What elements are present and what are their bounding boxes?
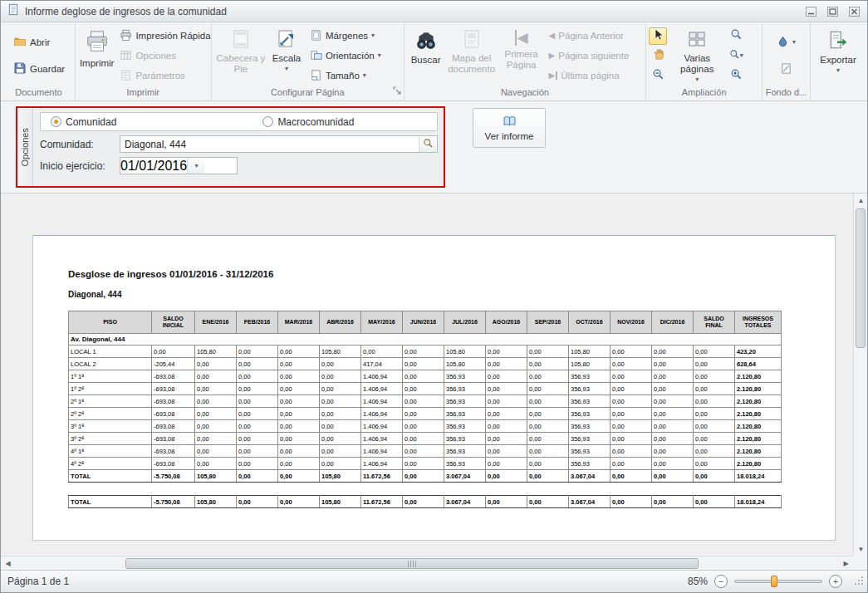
preview-viewport[interactable]: Desglose de ingresos 01/01/2016 - 31/12/… xyxy=(1,194,853,556)
varias-paginas-button[interactable]: Varias páginas ▾ xyxy=(669,25,724,86)
marca-agua-button[interactable] xyxy=(776,60,797,78)
dropdown-arrow-icon: ▾ xyxy=(792,39,796,46)
table-cell: 0,00 xyxy=(527,383,569,395)
zoom-slider-thumb[interactable] xyxy=(771,576,777,587)
table-cell: 0,00 xyxy=(486,358,527,370)
table-cell: 0,00 xyxy=(611,408,652,420)
ultima-pagina-button[interactable]: ▶ Última página xyxy=(545,66,624,85)
options-panel-highlight: Opciones Comunidad Macrocomunidad Comuni… xyxy=(16,106,445,188)
pointer-tool-button[interactable] xyxy=(649,27,667,45)
table-cell: 0,00 xyxy=(694,395,735,408)
minimize-button[interactable] xyxy=(805,6,817,17)
vertical-scrollbar-thumb[interactable] xyxy=(856,208,866,348)
preview-area[interactable]: Desglose de ingresos 01/01/2016 - 31/12/… xyxy=(1,193,867,570)
dropdown-arrow-icon: ▾ xyxy=(285,66,288,72)
opciones-impresion-button[interactable]: Opciones xyxy=(115,47,180,65)
close-button[interactable] xyxy=(848,6,861,17)
table-cell: 356,93 xyxy=(569,370,611,383)
horizontal-scrollbar[interactable]: ◀ ▶ xyxy=(1,556,853,570)
report-page: Desglose de ingresos 01/01/2016 - 31/12/… xyxy=(32,235,836,541)
table-cell: 0,00 xyxy=(611,433,652,445)
table-cell: 0,00 xyxy=(694,358,735,370)
table-cell: 0,00 xyxy=(320,445,361,458)
table-cell: 0,00 xyxy=(237,433,278,445)
radio-comunidad[interactable]: Comunidad xyxy=(51,116,116,128)
table-cell: 0,00 xyxy=(486,470,527,483)
group-caption-navegacion: Navegación xyxy=(405,86,646,100)
column-header: OCT/2016 xyxy=(569,311,611,334)
zoom-dropdown-button[interactable]: ▾ xyxy=(727,47,745,65)
table-cell: 1.406,94 xyxy=(361,445,403,458)
abrir-button[interactable]: Abrir xyxy=(9,33,54,51)
zoom-slider[interactable] xyxy=(734,575,822,588)
table-cell: 11.672,56 xyxy=(361,470,403,483)
parametros-button[interactable]: Parámetros xyxy=(115,66,189,85)
ver-informe-button[interactable]: Ver informe xyxy=(473,108,546,148)
table-cell: 356,93 xyxy=(444,433,486,445)
exportar-button[interactable]: Exportar ▾ xyxy=(813,25,863,100)
horizontal-scrollbar-thumb[interactable] xyxy=(125,558,699,569)
zoom-button[interactable] xyxy=(727,27,745,45)
mapa-documento-button[interactable]: Mapa del documento xyxy=(445,25,498,86)
table-cell: 0,00 xyxy=(611,445,652,458)
table-cell: 356,93 xyxy=(569,458,611,470)
table-cell: 0,00 xyxy=(652,346,694,358)
table-cell: 0,00 xyxy=(237,370,278,383)
guardar-button[interactable]: Guardar xyxy=(9,60,69,78)
hand-tool-button[interactable] xyxy=(649,47,667,65)
table-cell: 11.672,56 xyxy=(361,496,403,508)
impresion-rapida-button[interactable]: Impresión Rápida xyxy=(115,27,214,45)
imprimir-button[interactable]: Imprimir xyxy=(78,25,116,86)
table-cell: 0,00 xyxy=(652,496,694,508)
table-cell: 0,00 xyxy=(652,408,694,420)
dialog-launcher-icon[interactable] xyxy=(393,84,402,99)
maximize-button[interactable] xyxy=(826,6,839,17)
zoom-in-button[interactable]: + xyxy=(829,575,842,588)
table-cell: 1.406,94 xyxy=(361,458,403,470)
escala-button[interactable]: Escala ▾ xyxy=(267,25,306,86)
margenes-button[interactable]: Márgenes ▾ xyxy=(306,27,379,45)
table-cell: 356,93 xyxy=(444,395,486,408)
table-cell: 0,00 xyxy=(652,395,694,408)
table-cell: 0,00 xyxy=(237,496,278,508)
comunidad-field[interactable]: Diagonal, 444 xyxy=(120,135,438,153)
combo-dropdown-button[interactable]: ▾ xyxy=(187,158,205,174)
cabecera-pie-button[interactable]: Cabecera y Pie xyxy=(214,25,267,86)
scroll-up-icon[interactable]: ▲ xyxy=(854,194,867,207)
table-cell: 0,00 xyxy=(278,445,320,458)
table-cell: 0,00 xyxy=(278,433,320,445)
resize-grip-icon[interactable] xyxy=(854,576,864,588)
dropdown-arrow-icon: ▾ xyxy=(378,52,381,59)
inicio-ejercicio-combo[interactable]: 01/01/2016 ▾ xyxy=(120,157,238,174)
pagina-anterior-button[interactable]: ◀ Página Anterior xyxy=(545,27,628,45)
buscar-button[interactable]: Buscar xyxy=(407,25,445,86)
opciones-panel-tab[interactable]: Opciones xyxy=(17,108,33,186)
scroll-right-icon[interactable]: ▶ xyxy=(839,556,853,570)
table-cell: 105,80 xyxy=(320,346,361,358)
zoom-out-button[interactable] xyxy=(649,66,667,84)
table-cell: 0,00 xyxy=(486,346,527,358)
table-cell: 0,00 xyxy=(652,445,694,458)
scroll-down-icon[interactable]: ▼ xyxy=(854,542,867,556)
total-row: TOTAL-5.750,08105,800,000,00105,8011.672… xyxy=(69,470,782,483)
report-subtitle: Diagonal, 444 xyxy=(68,290,835,299)
table-cell: 0,00 xyxy=(486,458,527,470)
color-fondo-button[interactable]: ▾ xyxy=(772,33,800,51)
zoom-in-icon xyxy=(730,68,743,83)
scroll-left-icon[interactable]: ◀ xyxy=(1,556,15,570)
comunidad-search-button[interactable] xyxy=(419,136,437,152)
table-cell: 0,00 xyxy=(403,346,444,358)
primera-pagina-button[interactable]: ◀ Primera Página xyxy=(498,25,545,86)
zoom-icon xyxy=(730,28,743,43)
orientacion-button[interactable]: Orientación ▾ xyxy=(306,47,385,65)
zoom-out-button[interactable]: − xyxy=(714,575,728,588)
table-cell: 0,00 xyxy=(278,496,320,508)
radio-macrocomunidad[interactable]: Macrocomunidad xyxy=(262,116,354,128)
ribbon-group-ampliacion: Varias páginas ▾ ▾ Ampliación xyxy=(646,23,763,100)
pagina-siguiente-button[interactable]: ▶ Página siguiente xyxy=(545,47,634,65)
tamano-button[interactable]: Tamaño ▾ xyxy=(306,66,370,85)
chevron-down-icon: ▾ xyxy=(195,163,199,169)
vertical-scrollbar[interactable]: ▲ ▼ xyxy=(853,194,867,556)
previous-page-icon: ◀ xyxy=(549,32,556,40)
zoom-in-button[interactable] xyxy=(727,66,745,84)
